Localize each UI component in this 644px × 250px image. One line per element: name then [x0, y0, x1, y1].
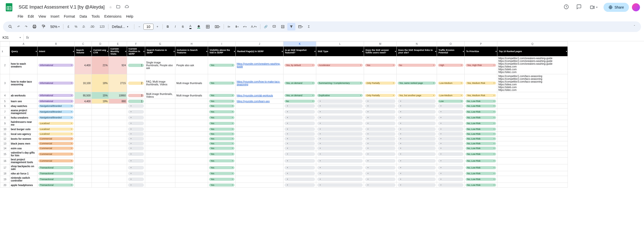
account-avatar[interactable]: [632, 3, 640, 11]
bold-icon[interactable]: B: [164, 23, 171, 30]
column-header-H[interactable]: H: [175, 42, 208, 47]
cell[interactable]: [75, 141, 92, 146]
cell[interactable]: [175, 132, 208, 136]
cell[interactable]: Transactional: [37, 171, 75, 176]
filter-views-icon[interactable]: ▾: [296, 23, 305, 30]
cell[interactable]: [145, 158, 175, 164]
cell[interactable]: https://competitor1.com/sneakers-washing…: [497, 56, 568, 74]
cell[interactable]: [109, 183, 127, 188]
cell[interactable]: [75, 132, 92, 136]
undo-icon[interactable]: ↶: [15, 23, 22, 30]
cell[interactable]: [316, 141, 364, 146]
cell[interactable]: 4,400: [75, 99, 92, 104]
row-header-3[interactable]: 3: [0, 74, 10, 92]
row-header-14[interactable]: 14: [0, 146, 10, 151]
cell[interactable]: [284, 115, 316, 120]
cell[interactable]: [175, 171, 208, 176]
paint-format-icon[interactable]: [39, 23, 48, 30]
column-header-M[interactable]: M: [364, 42, 397, 47]
column-header-D[interactable]: D: [92, 42, 109, 47]
cell[interactable]: [75, 171, 92, 176]
cell[interactable]: [109, 109, 127, 115]
cell[interactable]: [236, 176, 284, 183]
cell[interactable]: [437, 104, 465, 109]
cell[interactable]: [364, 146, 397, 151]
cell[interactable]: [92, 176, 109, 183]
cell[interactable]: [364, 109, 397, 115]
cell[interactable]: [145, 109, 175, 115]
cell[interactable]: [437, 120, 465, 127]
cell[interactable]: No, Low Risk: [465, 183, 497, 188]
cell[interactable]: Yes: [208, 115, 236, 120]
cell[interactable]: [236, 164, 284, 171]
cell[interactable]: [175, 158, 208, 164]
cell[interactable]: Only Partially: [364, 92, 397, 99]
cell[interactable]: [145, 171, 175, 176]
table-header[interactable]: Is an SGE Snapshot featured?▾: [284, 47, 316, 56]
cell[interactable]: [497, 171, 568, 176]
cell[interactable]: [284, 141, 316, 146]
cell[interactable]: [175, 109, 208, 115]
cell[interactable]: [364, 176, 397, 183]
cell[interactable]: [497, 92, 568, 99]
cell[interactable]: [437, 176, 465, 183]
cell[interactable]: Yes: [208, 146, 236, 151]
cell[interactable]: Localized: [37, 127, 75, 132]
more-formats-icon[interactable]: 123: [98, 23, 107, 30]
table-header[interactable]: Does the SGE Snapshot links to your site…: [397, 47, 437, 56]
merge-cells-icon[interactable]: ▾: [213, 23, 222, 30]
cell[interactable]: [175, 99, 208, 104]
cell[interactable]: [397, 176, 437, 183]
cell[interactable]: [364, 141, 397, 146]
cell[interactable]: [127, 136, 145, 141]
cell[interactable]: [92, 141, 109, 146]
cell[interactable]: 1: [127, 99, 145, 104]
cell[interactable]: [397, 158, 437, 164]
cell[interactable]: [145, 132, 175, 136]
column-header-O[interactable]: O: [437, 42, 465, 47]
cell[interactable]: No, Low Risk: [465, 109, 497, 115]
cell[interactable]: Duplicative: [316, 92, 364, 99]
meet-button[interactable]: ▾: [587, 3, 600, 12]
row-header-9[interactable]: 9: [0, 120, 10, 127]
cell[interactable]: 18%: [92, 74, 109, 92]
cell[interactable]: 18,100: [75, 74, 92, 92]
cell[interactable]: [284, 183, 316, 188]
cell[interactable]: [364, 158, 397, 164]
ranked-link[interactable]: https://yoursite.com/how-to-make-taco-se…: [237, 80, 280, 86]
cell[interactable]: [316, 183, 364, 188]
cell[interactable]: [284, 127, 316, 132]
cell[interactable]: [236, 115, 284, 120]
cell[interactable]: 19%: [92, 99, 109, 104]
cell[interactable]: [397, 120, 437, 127]
row-header-12[interactable]: 12: [0, 136, 10, 141]
cell[interactable]: [364, 183, 397, 188]
cell[interactable]: [236, 158, 284, 164]
formula-input[interactable]: [31, 34, 644, 41]
cell[interactable]: [497, 104, 568, 109]
cell[interactable]: Yes: [208, 99, 236, 104]
cell[interactable]: [92, 183, 109, 188]
cell[interactable]: Yes: [208, 151, 236, 158]
cell[interactable]: [284, 109, 316, 115]
column-header-I[interactable]: I: [208, 42, 236, 47]
cell[interactable]: [145, 99, 175, 104]
ranked-link[interactable]: https://yoursite.com/learn-seo: [237, 100, 270, 103]
cell[interactable]: [75, 151, 92, 158]
cell[interactable]: [284, 136, 316, 141]
cell[interactable]: [145, 151, 175, 158]
cell[interactable]: [127, 164, 145, 171]
cell[interactable]: Low: [437, 99, 465, 104]
zoom-select[interactable]: 50% ▾: [48, 24, 62, 30]
cell[interactable]: Multi image thumbnails: [175, 92, 208, 99]
table-header[interactable]: Search Features in SERP▾: [145, 47, 175, 56]
percent-icon[interactable]: %: [72, 23, 79, 30]
cell[interactable]: [92, 127, 109, 132]
cell[interactable]: [284, 104, 316, 109]
cell[interactable]: https://yoursite.com/sneakers-washing-gu…: [236, 56, 284, 74]
cell[interactable]: [236, 171, 284, 176]
row-header-19[interactable]: 19: [0, 176, 10, 183]
cell[interactable]: Yes, Medium Risk: [465, 74, 497, 92]
cell[interactable]: 1: [127, 56, 145, 74]
cell[interactable]: 3: [127, 92, 145, 99]
